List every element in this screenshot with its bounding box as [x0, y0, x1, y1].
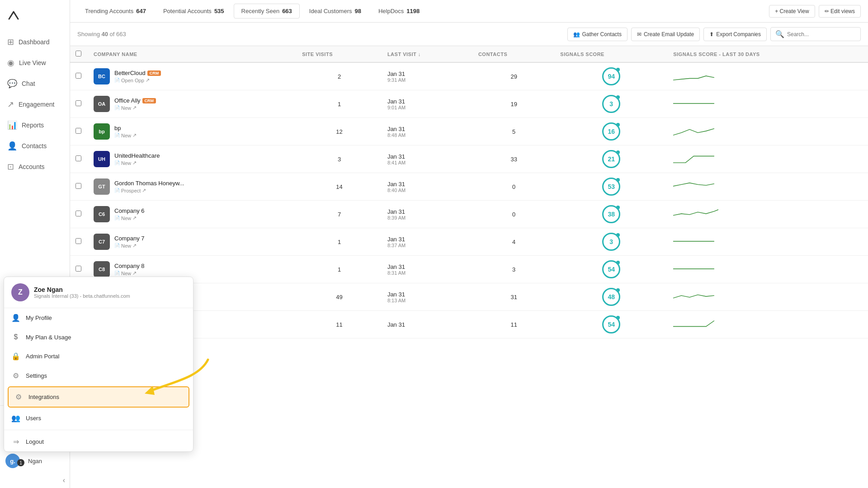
select-all-checkbox[interactable]: [75, 51, 81, 56]
col-last-visit[interactable]: Last Visit ↓: [382, 46, 473, 62]
dropdown-item-integrations[interactable]: ⚙ Integrations: [8, 386, 189, 408]
external-link-icon[interactable]: ↗: [132, 243, 137, 249]
sidebar-item-live-view[interactable]: ◉ Live View: [0, 52, 70, 73]
company-name[interactable]: Company 6: [114, 207, 144, 214]
sparkline-chart: [673, 233, 718, 249]
sidebar-item-contacts[interactable]: 👤 Contacts: [0, 136, 70, 156]
external-link-icon[interactable]: ↗: [132, 215, 137, 221]
company-logo: UH: [94, 151, 110, 167]
search-box[interactable]: 🔍: [770, 27, 861, 41]
table-row: UH UnitedHealthcare 📄 New ↗ 3Jan 318:41 …: [70, 145, 868, 173]
external-link-icon[interactable]: ↗: [132, 105, 137, 111]
sidebar-item-label: Accounts: [19, 163, 45, 170]
company-logo: GT: [94, 178, 110, 195]
export-companies-button[interactable]: ⬆ Export Companies: [703, 28, 767, 41]
visit-date: Jan 31: [387, 181, 467, 188]
tab-ideal-customers[interactable]: Ideal Customers 98: [302, 4, 369, 19]
last-visit-cell: Jan 31: [382, 311, 473, 338]
visit-time: 8:13 AM: [387, 298, 467, 303]
tab-count: 663: [282, 8, 292, 14]
sidebar-item-accounts[interactable]: ⊡ Accounts: [0, 156, 70, 177]
external-link-icon[interactable]: ↗: [132, 132, 137, 138]
company-name[interactable]: bp: [114, 125, 137, 131]
showing-label: Showing: [77, 31, 100, 38]
col-site-visits[interactable]: Site Visits: [297, 46, 382, 62]
company-name[interactable]: UnitedHealthcare: [114, 152, 160, 159]
dropdown-item-label: Admin Portal: [26, 353, 59, 360]
gather-contacts-button[interactable]: 👥 Gather Contacts: [567, 28, 627, 41]
sidebar-item-engagement[interactable]: ↗ Engagement: [0, 94, 70, 115]
company-name[interactable]: BetterCloud CRM: [114, 70, 161, 76]
row-checkbox[interactable]: [75, 266, 81, 272]
sidebar-user-avatar[interactable]: g. 1 Ngan: [0, 449, 70, 473]
company-cell: bp bp 📄 New ↗: [88, 118, 297, 145]
dropdown-item-settings[interactable]: ⚙ Settings: [4, 366, 193, 385]
sidebar-item-label: Chat: [22, 80, 35, 87]
company-name[interactable]: Gordon Thomas Honeyw...: [114, 180, 184, 187]
dropdown-item-label: Logout: [26, 438, 44, 445]
company-info: Company 6 📄 New ↗: [114, 207, 144, 221]
dropdown-user-sub: Signals Internal (33) - beta.chatfunnels…: [34, 293, 130, 299]
doc-icon: 📄: [114, 188, 120, 193]
external-link-icon[interactable]: ↗: [146, 77, 150, 83]
search-icon: 🔍: [775, 30, 784, 38]
row-checkbox[interactable]: [75, 128, 81, 134]
sparkline-cell: [668, 311, 868, 338]
email-icon: ✉: [637, 31, 642, 38]
external-link-icon[interactable]: ↗: [132, 270, 137, 276]
dropdown-divider: [4, 430, 193, 430]
create-view-button[interactable]: + Create View: [769, 5, 815, 18]
company-name[interactable]: Office Ally CRM: [114, 97, 156, 104]
tab-potential-accounts[interactable]: Potential Accounts 535: [156, 4, 232, 19]
row-checkbox[interactable]: [75, 211, 81, 216]
notification-badge: 1: [17, 459, 24, 466]
row-checkbox[interactable]: [75, 100, 81, 106]
tab-helpdocs[interactable]: HelpDocs 1198: [371, 4, 427, 19]
search-input[interactable]: [787, 31, 856, 38]
row-checkbox[interactable]: [75, 238, 81, 244]
company-logo: C6: [94, 206, 110, 222]
company-sub: 📄 Open Opp ↗: [114, 77, 161, 83]
external-link-icon[interactable]: ↗: [142, 188, 146, 193]
contacts-cell: 0: [473, 173, 555, 201]
collapse-sidebar-button[interactable]: ‹: [0, 473, 70, 488]
visit-date: Jan 31: [387, 236, 467, 243]
company-info: Company 7 📄 New ↗: [114, 235, 144, 249]
score-circle: 94: [602, 67, 620, 85]
row-checkbox[interactable]: [75, 155, 81, 161]
tab-trending-accounts[interactable]: Trending Accounts 647: [77, 4, 154, 19]
sidebar-item-reports[interactable]: 📊 Reports: [0, 115, 70, 136]
engagement-icon: ↗: [7, 99, 14, 109]
company-name[interactable]: Company 8: [114, 263, 144, 269]
row-checkbox[interactable]: [75, 73, 81, 79]
col-company-name: Company Name: [88, 46, 297, 62]
dropdown-item-my-plan[interactable]: $ My Plan & Usage: [4, 328, 193, 347]
col-contacts: Contacts: [473, 46, 555, 62]
contacts-icon: 👤: [7, 141, 17, 151]
company-cell: GT Gordon Thomas Honeyw... 📄 Prospect ↗: [88, 173, 297, 201]
tab-count: 535: [214, 8, 224, 14]
last-visit-cell: Jan 318:31 AM: [382, 256, 473, 283]
tab-recently-seen[interactable]: Recently Seen 663: [234, 4, 300, 19]
external-link-icon[interactable]: ↗: [132, 160, 137, 166]
edit-views-button[interactable]: ✏ Edit views: [819, 5, 861, 18]
toolbar: Showing 40 of 663 👥 Gather Contacts ✉ Cr…: [70, 23, 868, 46]
visit-time: 8:48 AM: [387, 132, 467, 138]
dropdown-item-admin-portal[interactable]: 🔒 Admin Portal: [4, 347, 193, 366]
dropdown-item-label: Integrations: [28, 394, 59, 400]
signals-score-cell: 21: [555, 145, 668, 173]
dropdown-item-logout[interactable]: ⇒ Logout: [4, 432, 193, 451]
row-checkbox[interactable]: [75, 183, 81, 189]
sparkline-chart: [673, 288, 718, 305]
sidebar-item-dashboard[interactable]: ⊞ Dashboard: [0, 32, 70, 52]
create-email-update-button[interactable]: ✉ Create Email Update: [631, 28, 700, 41]
col-signals-score-30: Signals Score - Last 30 Days: [668, 46, 868, 62]
company-name[interactable]: Company 7: [114, 235, 144, 242]
dropdown-item-my-profile[interactable]: 👤 My Profile: [4, 308, 193, 328]
site-visits-cell: 14: [297, 173, 382, 201]
sidebar-item-chat[interactable]: 💬 Chat: [0, 73, 70, 94]
table-row: GT Gordon Thomas Honeyw... 📄 Prospect ↗ …: [70, 173, 868, 201]
tab-label: Trending Accounts: [85, 8, 133, 14]
dropdown-item-users[interactable]: 👥 Users: [4, 408, 193, 428]
company-sub: 📄 New ↗: [114, 270, 144, 276]
